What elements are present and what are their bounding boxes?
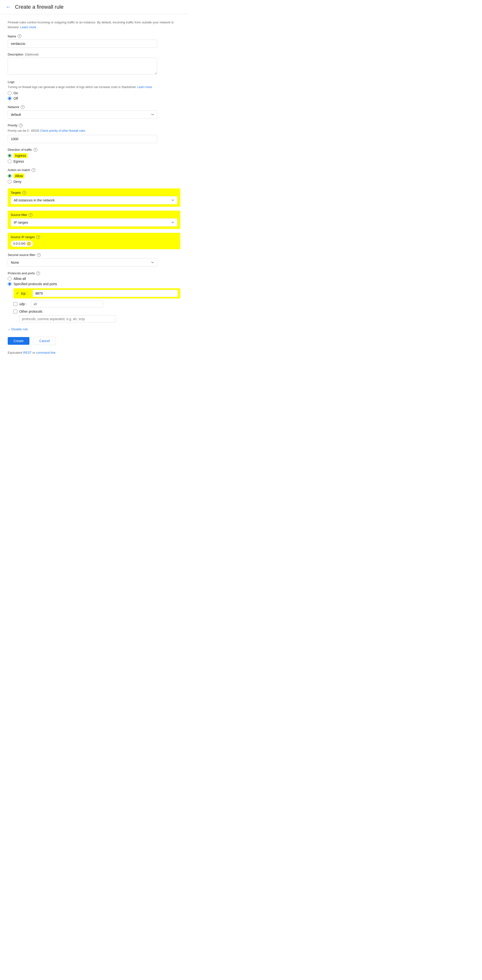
logs-off-radio[interactable]	[8, 97, 11, 100]
other-protocols-checkbox[interactable]	[14, 310, 17, 313]
action-allow-radio[interactable]	[8, 174, 11, 178]
action-deny-radio[interactable]	[8, 180, 11, 184]
second-source-select[interactable]: None	[8, 258, 157, 267]
source-filter-select[interactable]: IP ranges	[11, 218, 178, 226]
learn-more-link[interactable]: Learn more	[20, 25, 36, 29]
action-deny-option[interactable]: Deny	[8, 180, 180, 184]
action-allow-option[interactable]: Allow	[8, 173, 180, 178]
direction-egress-option[interactable]: Egress	[8, 159, 180, 163]
targets-section: Targets ? All instances in the network	[8, 188, 180, 207]
main-content: Firewall rules control incoming or outgo…	[0, 14, 188, 360]
priority-link[interactable]: Check priority of other firewall rules	[40, 129, 85, 132]
logs-off-option[interactable]: Off	[8, 97, 180, 100]
action-radio-group: Allow Deny	[8, 173, 180, 184]
description-section: Description (Optional)	[8, 52, 180, 75]
direction-ingress-radio[interactable]	[8, 154, 11, 158]
priority-section: Priority ? Priority can be 0 - 65535 Che…	[8, 124, 180, 143]
footer: Equivalent REST or command line	[8, 351, 180, 355]
udp-input[interactable]	[31, 301, 103, 308]
allow-all-option[interactable]: Allow all	[8, 277, 180, 281]
direction-ingress-option[interactable]: Ingress	[8, 153, 180, 158]
tcp-input[interactable]	[33, 290, 178, 297]
disable-rule-link[interactable]: ⌄ Disable rule	[8, 328, 180, 331]
rest-link[interactable]: REST	[23, 351, 31, 355]
network-help-icon[interactable]: ?	[21, 105, 25, 109]
action-help-icon[interactable]: ?	[32, 168, 35, 172]
source-filter-help-icon[interactable]: ?	[29, 213, 33, 217]
logs-on-option[interactable]: On	[8, 91, 180, 95]
back-button[interactable]: ←	[6, 4, 11, 10]
specified-protocols-option[interactable]: Specified protocols and ports	[8, 282, 180, 286]
direction-egress-radio[interactable]	[8, 159, 11, 163]
protocols-help-icon[interactable]: ?	[36, 271, 40, 275]
disable-rule-section: ⌄ Disable rule	[8, 328, 180, 331]
network-select[interactable]: default	[8, 110, 157, 119]
tcp-checkmark: ✓	[16, 291, 19, 296]
info-description: Firewall rules control incoming or outgo…	[8, 20, 180, 29]
name-help-icon[interactable]: ?	[17, 34, 21, 38]
command-line-link[interactable]: command line	[36, 351, 55, 355]
targets-help-icon[interactable]: ?	[22, 191, 26, 195]
source-ip-section: Source IP ranges ? 0.0.0.0/0 ✕	[8, 233, 180, 249]
other-protocols-input[interactable]	[19, 315, 116, 323]
specified-protocols-radio[interactable]	[8, 282, 11, 286]
other-protocols-row: Other protocols	[14, 310, 180, 313]
protocol-details: ✓ tcp : udp : Other protocols	[14, 288, 180, 323]
page-title: Create a firewall rule	[15, 4, 63, 10]
logs-section: Logs Turning on firewall logs can genera…	[8, 80, 180, 100]
udp-checkbox[interactable]	[14, 302, 17, 306]
description-input[interactable]	[8, 58, 157, 75]
cancel-button[interactable]: Cancel	[33, 337, 56, 345]
source-ip-help-icon[interactable]: ?	[36, 235, 40, 239]
action-section: Action on match ? Allow Deny	[8, 168, 180, 184]
direction-help-icon[interactable]: ?	[33, 148, 37, 152]
targets-select[interactable]: All instances in the network	[11, 196, 178, 204]
priority-input[interactable]	[8, 135, 157, 143]
second-source-section: Second source filter ? None	[8, 253, 180, 267]
name-section: Name ?	[8, 34, 180, 48]
logs-learn-more-link[interactable]: Learn more	[137, 85, 152, 89]
priority-help-icon[interactable]: ?	[19, 124, 23, 127]
logs-radio-group: On Off	[8, 91, 180, 100]
tcp-row: ✓ tcp :	[14, 288, 180, 298]
name-input[interactable]	[8, 40, 157, 48]
network-section: Network ? default	[8, 105, 180, 119]
create-button[interactable]: Create	[8, 337, 29, 345]
logs-on-radio[interactable]	[8, 91, 11, 95]
direction-radio-group: Ingress Egress	[8, 153, 180, 163]
second-source-help-icon[interactable]: ?	[37, 253, 41, 257]
remove-ip-chip-button[interactable]: ✕	[27, 242, 31, 246]
direction-section: Direction of traffic ? Ingress Egress	[8, 148, 180, 163]
udp-row: udp :	[14, 301, 180, 308]
allow-all-radio[interactable]	[8, 277, 11, 281]
page-header: ← Create a firewall rule	[0, 0, 188, 14]
protocols-section: Protocols and ports ? Allow all Specifie…	[8, 271, 180, 323]
action-buttons: Create Cancel	[8, 337, 180, 345]
source-filter-section: Source filter ? IP ranges	[8, 211, 180, 229]
source-ip-chip: 0.0.0.0/0 ✕	[11, 240, 33, 247]
